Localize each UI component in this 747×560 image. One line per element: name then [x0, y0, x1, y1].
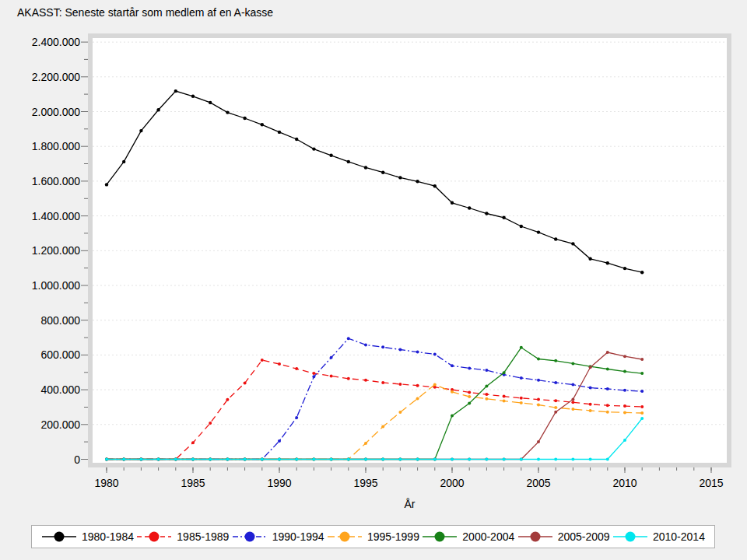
data-point	[312, 375, 315, 378]
data-point	[329, 154, 332, 157]
data-point	[278, 439, 281, 443]
data-point	[122, 160, 125, 163]
data-point	[364, 379, 367, 382]
data-point	[537, 358, 540, 361]
data-point	[485, 393, 488, 396]
data-point	[226, 458, 229, 461]
data-point	[485, 369, 488, 372]
data-point	[520, 225, 523, 228]
data-point	[468, 206, 471, 209]
data-point	[640, 372, 644, 375]
data-point	[451, 201, 454, 205]
y-tick-label: 1.200.000	[32, 244, 80, 257]
legend-dot	[244, 532, 254, 542]
data-point	[640, 405, 644, 408]
data-point	[554, 458, 557, 461]
data-point	[381, 458, 384, 461]
data-point	[398, 411, 402, 414]
data-point	[589, 403, 592, 406]
data-point	[571, 397, 574, 401]
y-tick-label: 200.000	[40, 418, 80, 431]
data-point	[398, 458, 402, 461]
x-tick-label: 1990	[267, 477, 291, 489]
data-point	[209, 101, 212, 104]
data-point	[278, 362, 281, 366]
data-point	[139, 458, 142, 461]
x-tick-label: 1985	[181, 477, 205, 489]
y-tick-label: 400.000	[40, 383, 80, 396]
data-point	[502, 216, 505, 219]
data-point	[520, 346, 523, 349]
data-point	[606, 458, 609, 461]
legend-label: 2010-2014	[653, 530, 705, 543]
data-point	[243, 117, 246, 120]
data-point	[105, 183, 108, 186]
y-tick-label: 1.600.000	[32, 175, 80, 187]
data-point	[381, 171, 384, 174]
line-chart-plot: 0200.000400.000600.000800.0001.000.0001.…	[0, 0, 747, 515]
legend-dot	[625, 532, 635, 542]
data-point	[330, 356, 333, 359]
x-tick-label: 2010	[612, 477, 637, 489]
y-tick-label: 0	[74, 453, 80, 466]
data-point	[244, 382, 247, 385]
data-point	[364, 442, 367, 445]
data-point	[571, 362, 574, 365]
legend-line-marker-icon	[41, 530, 77, 543]
legend-label: 2000-2004	[462, 530, 514, 543]
legend-label: 1995-1999	[367, 530, 419, 543]
legend-label: 1990-1994	[272, 530, 324, 543]
data-point	[295, 367, 298, 370]
data-point	[640, 271, 644, 274]
data-point	[261, 458, 264, 461]
legend-line-marker-icon	[517, 530, 553, 543]
data-point	[468, 458, 471, 461]
data-point	[433, 184, 437, 187]
data-point	[451, 458, 454, 461]
data-point	[503, 458, 506, 461]
data-point	[398, 176, 402, 179]
data-point	[191, 441, 195, 444]
data-point	[174, 458, 177, 461]
data-point	[503, 371, 506, 374]
data-point	[347, 458, 350, 461]
data-point	[261, 359, 264, 362]
data-point	[485, 458, 488, 461]
data-point	[416, 351, 419, 354]
data-point	[433, 458, 437, 461]
data-point	[468, 366, 471, 369]
data-point	[468, 395, 471, 398]
data-point	[209, 422, 212, 425]
data-point	[571, 383, 574, 387]
legend-label: 2005-2009	[558, 530, 610, 543]
legend-label: 1985-1989	[177, 530, 229, 543]
data-point	[606, 351, 609, 354]
data-point	[416, 384, 419, 387]
data-point	[295, 138, 298, 141]
data-point	[139, 129, 142, 132]
legend-line-marker-icon	[136, 530, 172, 543]
data-point	[191, 458, 195, 461]
data-point	[468, 391, 471, 394]
data-point	[485, 385, 488, 388]
data-point	[554, 406, 557, 409]
data-point	[554, 411, 557, 414]
legend-label: 1980-1984	[82, 530, 134, 543]
data-point	[451, 415, 454, 418]
y-tick-label: 1.000.000	[32, 279, 80, 292]
data-point	[537, 379, 540, 382]
data-point	[209, 458, 212, 461]
data-point	[503, 400, 506, 403]
legend-item-2010-2014: 2010-2014	[612, 530, 705, 543]
legend-item-1990-1994: 1990-1994	[232, 530, 324, 543]
data-point	[640, 417, 644, 420]
data-point	[278, 458, 281, 461]
data-point	[623, 267, 626, 270]
x-tick-label: 1995	[353, 477, 377, 489]
data-point	[468, 402, 471, 405]
data-point	[261, 123, 264, 126]
legend-line-marker-icon	[422, 530, 458, 543]
legend-item-1980-1984: 1980-1984	[41, 530, 134, 543]
data-point	[244, 458, 247, 461]
data-point	[330, 458, 333, 461]
